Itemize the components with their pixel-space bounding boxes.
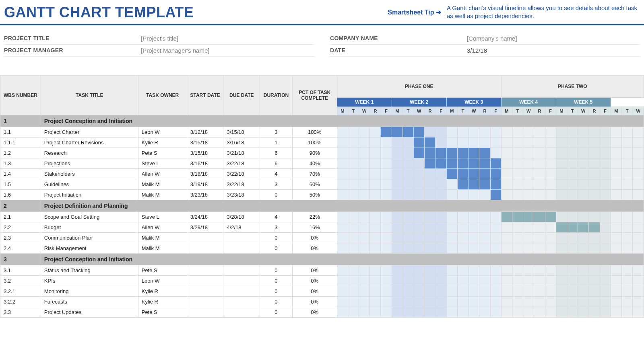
gantt-cell[interactable] [578,265,589,276]
gantt-cell[interactable] [621,286,632,297]
gantt-cell[interactable] [436,243,446,254]
gantt-cell[interactable] [523,190,534,200]
cell-pct[interactable]: 100% [292,127,337,137]
gantt-cell[interactable] [381,169,392,179]
gantt-cell[interactable] [512,158,523,169]
gantt-table[interactable]: WBS NUMBERTASK TITLETASK OWNERSTART DATE… [0,75,644,318]
gantt-cell[interactable] [589,169,600,179]
gantt-cell[interactable] [556,297,567,307]
gantt-cell[interactable] [381,212,392,222]
gantt-cell[interactable] [457,179,468,190]
cell-duration[interactable]: 3 [260,127,293,137]
table-row[interactable]: 1.4StakeholdersAllen W3/18/183/22/18470% [0,169,644,179]
gantt-cell[interactable] [479,286,490,297]
gantt-cell[interactable] [534,243,545,254]
cell-wbs[interactable]: 2.3 [0,233,41,243]
gantt-cell[interactable] [534,307,545,318]
gantt-cell[interactable] [490,297,501,307]
table-row[interactable]: 3.1Status and TrackingPete S00% [0,265,644,276]
gantt-cell[interactable] [479,307,490,318]
gantt-cell[interactable] [446,233,457,243]
gantt-cell[interactable] [545,212,556,222]
gantt-cell[interactable] [621,148,632,158]
gantt-cell[interactable] [337,127,348,137]
gantt-cell[interactable] [402,127,413,137]
gantt-cell[interactable] [337,158,348,169]
gantt-cell[interactable] [621,212,632,222]
gantt-cell[interactable] [359,158,370,169]
cell-wbs[interactable]: 1.5 [0,179,41,190]
gantt-cell[interactable] [611,212,621,222]
gantt-cell[interactable] [337,212,348,222]
gantt-cell[interactable] [545,265,556,276]
gantt-cell[interactable] [523,212,534,222]
gantt-cell[interactable] [457,265,468,276]
gantt-cell[interactable] [392,233,402,243]
gantt-cell[interactable] [556,137,567,148]
cell-title[interactable]: Monitoring [41,286,138,297]
gantt-cell[interactable] [611,169,621,179]
company-name-value[interactable]: [Company's name] [467,35,517,42]
gantt-cell[interactable] [578,158,589,169]
gantt-cell[interactable] [556,190,567,200]
gantt-cell[interactable] [414,307,425,318]
gantt-cell[interactable] [600,137,611,148]
gantt-cell[interactable] [490,233,501,243]
gantt-cell[interactable] [402,276,413,286]
gantt-cell[interactable] [337,179,348,190]
gantt-cell[interactable] [600,276,611,286]
gantt-cell[interactable] [469,307,479,318]
gantt-cell[interactable] [446,286,457,297]
gantt-cell[interactable] [469,179,479,190]
gantt-cell[interactable] [490,265,501,276]
cell-wbs[interactable]: 3.2.2 [0,297,41,307]
gantt-cell[interactable] [457,169,468,179]
gantt-cell[interactable] [545,297,556,307]
gantt-cell[interactable] [567,276,578,286]
cell-start[interactable]: 3/15/18 [187,137,223,148]
date-value[interactable]: 3/12/18 [467,47,487,54]
table-row[interactable]: 2.1Scope and Goal SettingSteve L3/24/183… [0,212,644,222]
gantt-cell[interactable] [589,179,600,190]
cell-pct[interactable]: 70% [292,169,337,179]
gantt-cell[interactable] [578,307,589,318]
gantt-cell[interactable] [578,169,589,179]
gantt-cell[interactable] [446,265,457,276]
gantt-cell[interactable] [490,127,501,137]
gantt-cell[interactable] [501,307,512,318]
col-header-wbs[interactable]: WBS NUMBER [0,76,41,115]
gantt-cell[interactable] [370,148,381,158]
gantt-cell[interactable] [589,148,600,158]
gantt-cell[interactable] [402,286,413,297]
gantt-cell[interactable] [490,179,501,190]
gantt-cell[interactable] [402,307,413,318]
gantt-cell[interactable] [348,286,359,297]
gantt-cell[interactable] [469,137,479,148]
cell-start[interactable] [187,243,223,254]
gantt-cell[interactable] [402,265,413,276]
gantt-cell[interactable] [425,212,436,222]
gantt-cell[interactable] [436,190,446,200]
gantt-cell[interactable] [348,179,359,190]
gantt-cell[interactable] [402,243,413,254]
smartsheet-tip-link[interactable]: Smartsheet Tip ➔ [388,8,441,16]
gantt-cell[interactable] [479,190,490,200]
cell-owner[interactable]: Malik M [138,233,187,243]
gantt-cell[interactable] [457,127,468,137]
gantt-cell[interactable] [633,169,644,179]
cell-due[interactable]: 3/15/18 [223,127,260,137]
gantt-cell[interactable] [589,137,600,148]
cell-owner[interactable]: Malik M [138,243,187,254]
gantt-cell[interactable] [621,297,632,307]
gantt-cell[interactable] [370,243,381,254]
gantt-cell[interactable] [348,212,359,222]
gantt-cell[interactable] [534,212,545,222]
gantt-cell[interactable] [359,127,370,137]
cell-owner[interactable]: Pete S [138,148,187,158]
gantt-cell[interactable] [414,137,425,148]
gantt-cell[interactable] [370,158,381,169]
gantt-cell[interactable] [359,148,370,158]
gantt-cell[interactable] [359,222,370,233]
gantt-cell[interactable] [490,190,501,200]
gantt-cell[interactable] [381,137,392,148]
